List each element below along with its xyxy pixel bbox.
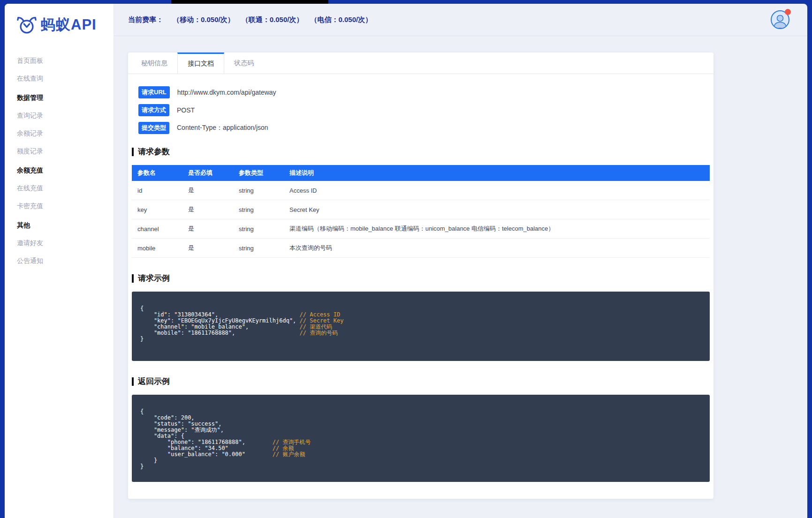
code-text: } bbox=[140, 458, 273, 464]
fee-item: （联通：0.050/次） bbox=[242, 15, 304, 24]
sidebar: 蚂蚁API 首页面板在线查询数据管理查询记录余额记录额度记录余额充值在线充值卡密… bbox=[5, 4, 114, 518]
request-info-badge: 请求方式 bbox=[138, 104, 169, 116]
sidebar-item[interactable]: 卡密充值 bbox=[5, 197, 114, 215]
sidebar-item[interactable]: 在线充值 bbox=[5, 179, 114, 197]
table-cell: channel bbox=[132, 219, 182, 239]
table-row: mobile是string本次查询的号码 bbox=[132, 239, 710, 258]
section-title-text: 返回示例 bbox=[138, 376, 170, 387]
request-info-row: 请求方式POST bbox=[138, 104, 710, 116]
code-line: { bbox=[140, 306, 701, 312]
section-title-request-example: 请求示例 bbox=[132, 273, 710, 284]
code-text: } bbox=[140, 336, 300, 342]
request-info-badge: 提交类型 bbox=[138, 122, 169, 134]
request-info-badge: 请求URL bbox=[138, 86, 170, 98]
tab[interactable]: 接口文档 bbox=[177, 53, 224, 74]
topbar: 当前费率： （移动：0.050/次）（联通：0.050/次）（电信：0.050/… bbox=[114, 4, 807, 36]
section-title-text: 请求示例 bbox=[138, 273, 170, 284]
code-line: } bbox=[140, 464, 701, 470]
table-cell: 是 bbox=[182, 200, 233, 219]
top-black-bar bbox=[171, 0, 328, 4]
fee-item: （电信：0.050/次） bbox=[310, 15, 372, 24]
table-cell: Secret Key bbox=[284, 200, 710, 219]
section-bar bbox=[132, 148, 134, 156]
table-cell: 是 bbox=[182, 219, 233, 239]
code-line: } bbox=[140, 458, 701, 464]
sidebar-item[interactable]: 首页面板 bbox=[5, 52, 114, 69]
response-example-code: { "code": 200, "status": "success", "mes… bbox=[132, 395, 710, 482]
table-cell: id bbox=[132, 181, 182, 200]
request-info-row: 请求URLhttp://www.dkym.com/api/gateway bbox=[138, 86, 710, 98]
code-comment: // 查询的号码 bbox=[300, 330, 338, 336]
sidebar-section-label: 余额充值 bbox=[5, 161, 114, 179]
section-title-text: 请求参数 bbox=[138, 146, 170, 157]
section-bar bbox=[132, 377, 134, 386]
code-text: "mobile": "18611768888", bbox=[140, 330, 300, 336]
params-table-header: 参数名是否必填参数类型描述说明 bbox=[132, 165, 710, 181]
tab[interactable]: 秘钥信息 bbox=[131, 53, 177, 74]
request-info-value: POST bbox=[177, 106, 195, 114]
user-avatar[interactable] bbox=[771, 10, 789, 29]
request-info-value: Content-Type：application/json bbox=[177, 124, 268, 132]
table-cell: string bbox=[233, 200, 284, 219]
content: 秘钥信息接口文档状态码 请求URLhttp://www.dkym.com/api… bbox=[114, 36, 807, 518]
request-info-row: 提交类型Content-Type：application/json bbox=[138, 122, 710, 134]
table-column-header: 参数名 bbox=[132, 165, 182, 181]
code-text: "user_balance": "0.000" bbox=[140, 451, 273, 458]
table-column-header: 是否必填 bbox=[182, 165, 233, 181]
sidebar-menu: 首页面板在线查询数据管理查询记录余额记录额度记录余额充值在线充值卡密充值其他邀请… bbox=[5, 46, 114, 270]
sidebar-item[interactable]: 邀请好友 bbox=[5, 234, 114, 252]
main-area: 当前费率： （移动：0.050/次）（联通：0.050/次）（电信：0.050/… bbox=[114, 4, 807, 518]
sidebar-item[interactable]: 在线查询 bbox=[5, 69, 114, 87]
code-line: { bbox=[140, 409, 701, 415]
section-bar bbox=[132, 274, 134, 283]
sidebar-item[interactable]: 查询记录 bbox=[5, 106, 114, 124]
fee-item: （移动：0.050/次） bbox=[173, 15, 235, 24]
params-table: 参数名是否必填参数类型描述说明 id是stringAccess IDkey是st… bbox=[132, 165, 710, 258]
code-line: "message": "查询成功", bbox=[140, 427, 701, 433]
request-example-code: { "id": "3138034364",// Access ID "key":… bbox=[132, 292, 710, 361]
code-comment: // 账户余额 bbox=[273, 451, 305, 458]
table-cell: 是 bbox=[182, 239, 233, 258]
ant-logo-icon bbox=[16, 14, 38, 36]
request-info: 请求URLhttp://www.dkym.com/api/gateway请求方式… bbox=[132, 86, 710, 134]
section-title-response-example: 返回示例 bbox=[132, 376, 710, 387]
section-title-params: 请求参数 bbox=[132, 146, 710, 157]
sidebar-item[interactable]: 公告通知 bbox=[5, 252, 114, 270]
code-text: } bbox=[140, 464, 273, 470]
page: 蚂蚁API 首页面板在线查询数据管理查询记录余额记录额度记录余额充值在线充值卡密… bbox=[5, 4, 807, 518]
table-cell: Access ID bbox=[284, 181, 710, 200]
fee-rates: 当前费率： （移动：0.050/次）（联通：0.050/次）（电信：0.050/… bbox=[128, 15, 372, 24]
table-row: id是stringAccess ID bbox=[132, 181, 710, 200]
table-cell: string bbox=[233, 181, 284, 200]
table-column-header: 参数类型 bbox=[233, 165, 284, 181]
user-icon bbox=[772, 13, 788, 28]
table-cell: 是 bbox=[182, 181, 233, 200]
table-cell: mobile bbox=[132, 239, 182, 258]
fee-label: 当前费率： bbox=[128, 15, 163, 24]
browser-frame: 蚂蚁API 首页面板在线查询数据管理查询记录余额记录额度记录余额充值在线充值卡密… bbox=[0, 0, 812, 518]
tab[interactable]: 状态码 bbox=[224, 53, 264, 74]
notification-dot bbox=[785, 9, 791, 15]
table-cell: 本次查询的号码 bbox=[284, 239, 710, 258]
table-row: channel是string渠道编码（移动编码：mobile_balance 联… bbox=[132, 219, 710, 239]
logo-text: 蚂蚁API bbox=[41, 15, 97, 35]
code-line: } bbox=[140, 336, 701, 342]
table-cell: key bbox=[132, 200, 182, 219]
table-cell: string bbox=[233, 219, 284, 239]
tab-bar: 秘钥信息接口文档状态码 bbox=[128, 53, 713, 74]
code-line: "code": 200, bbox=[140, 415, 701, 421]
sidebar-section-label: 其他 bbox=[5, 216, 114, 234]
table-row: key是stringSecret Key bbox=[132, 200, 710, 219]
table-cell: string bbox=[233, 239, 284, 258]
table-column-header: 描述说明 bbox=[284, 165, 710, 181]
sidebar-section-label: 数据管理 bbox=[5, 89, 114, 106]
sidebar-item[interactable]: 余额记录 bbox=[5, 124, 114, 142]
code-line: "mobile": "18611768888",// 查询的号码 bbox=[140, 330, 701, 336]
request-info-value: http://www.dkym.com/api/gateway bbox=[177, 89, 276, 96]
code-line: "user_balance": "0.000"// 账户余额 bbox=[140, 451, 701, 458]
tab-panel-api-doc: 请求URLhttp://www.dkym.com/api/gateway请求方式… bbox=[128, 74, 713, 499]
code-line: "status": "success", bbox=[140, 421, 701, 427]
table-cell: 渠道编码（移动编码：mobile_balance 联通编码：unicom_bal… bbox=[284, 219, 710, 239]
sidebar-item[interactable]: 额度记录 bbox=[5, 142, 114, 160]
logo[interactable]: 蚂蚁API bbox=[5, 4, 114, 46]
